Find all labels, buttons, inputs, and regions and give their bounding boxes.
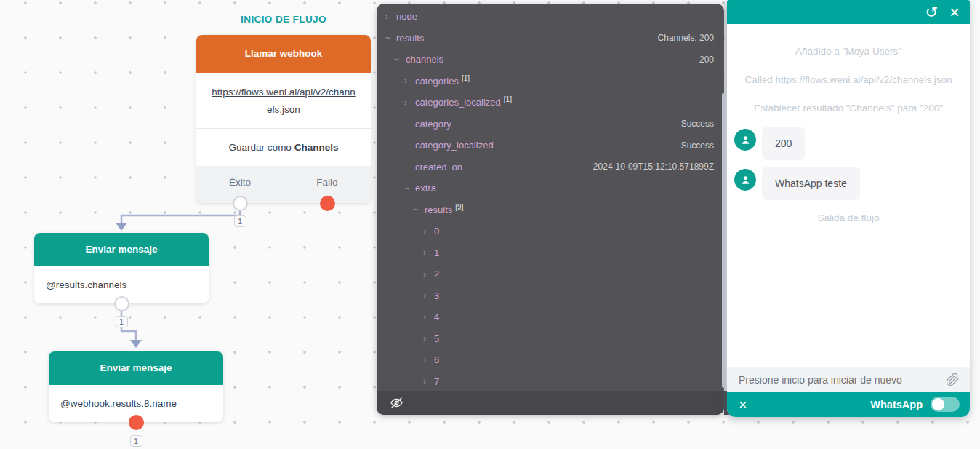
exit-port[interactable]: [114, 296, 129, 311]
flow-start-label: INICIO DE FLUJO: [196, 14, 371, 25]
chevron-collapsed-icon: ›: [423, 290, 434, 301]
tree-row[interactable]: ~extra: [377, 178, 724, 199]
tree-value: Channels: 200: [658, 33, 724, 43]
chevron-collapsed-icon: ›: [404, 76, 415, 86]
tree-key: 5: [434, 333, 439, 344]
tree-row: categorySuccess: [377, 114, 724, 135]
chevron-collapsed-icon: ›: [423, 226, 434, 237]
arrowhead-icon: [130, 340, 142, 348]
arrowhead-icon: [116, 223, 127, 231]
simulator-panel: ↺ × Añadido a "Moya Users"Called https:/…: [727, 0, 970, 417]
webhook-url[interactable]: https://flows.weni.ai/api/v2/channels.js…: [196, 73, 371, 128]
tree-row[interactable]: ›3: [377, 285, 724, 307]
tree-row: category_localizedSuccess: [377, 135, 724, 156]
webhook-exits: Éxito Fallo: [196, 166, 371, 203]
attachment-icon[interactable]: [946, 373, 960, 386]
tree-key: node: [396, 11, 417, 22]
tree-row[interactable]: ›0: [377, 220, 724, 242]
user-icon: [739, 174, 752, 186]
incoming-message-row: WhatsApp teste: [734, 167, 970, 200]
tree-row[interactable]: ›2: [377, 263, 724, 285]
flow-event-text: Establecer resultado "Channels" para "20…: [743, 98, 954, 119]
tree-row[interactable]: ›6: [377, 349, 724, 371]
tree-key: 7: [434, 376, 439, 387]
chevron-collapsed-icon: ›: [423, 312, 434, 322]
tree-key: results: [396, 33, 424, 44]
send-message-node-1-title[interactable]: Enviar mensaje: [34, 233, 209, 266]
tree-key: extra: [415, 183, 436, 194]
avatar: [734, 169, 756, 191]
chevron-expanded-icon: ~: [404, 183, 415, 194]
tree-key: results: [425, 204, 452, 215]
simulator-input[interactable]: [739, 374, 946, 386]
incoming-message-row: 200: [734, 127, 970, 160]
tree-row[interactable]: ~channels200: [377, 49, 724, 71]
restart-icon[interactable]: ↺: [925, 4, 938, 20]
tree-value: Success: [681, 140, 724, 151]
tree-key: category: [415, 119, 451, 130]
tree-key: category_localized: [415, 140, 494, 151]
chevron-collapsed-icon: ›: [423, 333, 434, 343]
chevron-expanded-icon: ~: [385, 33, 396, 43]
chevron-collapsed-icon: ›: [423, 247, 434, 258]
tree-row[interactable]: ›4: [377, 306, 724, 328]
toggle-knob: [932, 398, 944, 410]
avatar: [734, 129, 756, 151]
tree-value: 2024-10-09T15:12:10.571899Z: [593, 162, 724, 172]
chevron-collapsed-icon: ›: [423, 269, 434, 279]
save-result-name: Channels: [294, 142, 339, 153]
exit-success-port[interactable]: [233, 196, 248, 211]
webhook-called-link[interactable]: Called https://flows.weni.ai/api/v2/chan…: [743, 70, 954, 90]
tree-row[interactable]: ›categories[1]: [377, 71, 724, 92]
channel-label: WhatsApp: [870, 399, 923, 410]
exit-failure-port[interactable]: [320, 196, 335, 211]
scrollbar-thumb[interactable]: [722, 93, 725, 388]
tree-value: 200: [699, 55, 724, 65]
tree-row[interactable]: ›categories_localized[1]: [377, 92, 724, 114]
exit-port[interactable]: [129, 415, 144, 430]
hidden-eye-icon[interactable]: [389, 395, 404, 410]
channel-switch: WhatsApp: [870, 397, 960, 412]
tree-count-badge: [1]: [504, 95, 512, 103]
tree-value: Success: [681, 119, 724, 129]
inspector-bottom-bar: [377, 391, 724, 415]
chevron-collapsed-icon: ›: [423, 376, 434, 386]
webhook-node-title[interactable]: Llamar webhook: [196, 35, 371, 73]
tree-row[interactable]: ~results[9]: [377, 199, 724, 221]
activity-count-badge: 1: [116, 316, 128, 327]
tree-count-badge: [9]: [455, 203, 463, 211]
activity-count-badge: 1: [234, 215, 246, 227]
flow-event-text: Añadido a "Moya Users": [743, 41, 954, 62]
webhook-node[interactable]: Llamar webhook https://flows.weni.ai/api…: [196, 35, 371, 203]
chevron-collapsed-icon: ›: [385, 12, 396, 22]
save-prefix-label: Guardar como: [229, 142, 294, 153]
chevron-expanded-icon: ~: [395, 55, 406, 65]
send-message-node-1[interactable]: Enviar mensaje @results.channels 1: [34, 233, 209, 303]
tree-key: 4: [434, 311, 439, 322]
tree-key: categories: [415, 76, 459, 87]
user-icon: [739, 134, 752, 146]
whatsapp-toggle[interactable]: [931, 397, 960, 412]
chevron-collapsed-icon: ›: [423, 355, 434, 365]
tree-key: 6: [434, 354, 439, 365]
simulator-input-bar: [727, 367, 970, 392]
send-message-node-2-title[interactable]: Enviar mensaje: [49, 351, 223, 385]
tree-key: 0: [434, 226, 439, 237]
json-tree: ›node~resultsChannels: 200~channels200›c…: [377, 4, 724, 391]
send-message-node-2[interactable]: Enviar mensaje @webhook.results.8.name 1: [49, 351, 223, 422]
connector-webhook-to-message1: [121, 206, 240, 223]
chevron-collapsed-icon: ›: [404, 98, 415, 108]
context-inspector-panel: ›node~resultsChannels: 200~channels200›c…: [377, 4, 724, 415]
message-bubble: 200: [762, 127, 805, 160]
tree-key: channels: [406, 54, 443, 65]
tree-row[interactable]: ›7: [377, 371, 724, 392]
close-icon[interactable]: ×: [739, 397, 747, 412]
webhook-save-result: Guardar como Channels: [196, 128, 371, 166]
tree-row[interactable]: ~resultsChannels: 200: [377, 28, 724, 49]
tree-row[interactable]: ›node: [377, 6, 724, 28]
chevron-expanded-icon: ~: [414, 204, 425, 215]
tree-row[interactable]: ›5: [377, 328, 724, 350]
tree-row[interactable]: ›1: [377, 242, 724, 264]
close-icon[interactable]: ×: [949, 4, 960, 21]
tree-key: 2: [434, 269, 439, 279]
